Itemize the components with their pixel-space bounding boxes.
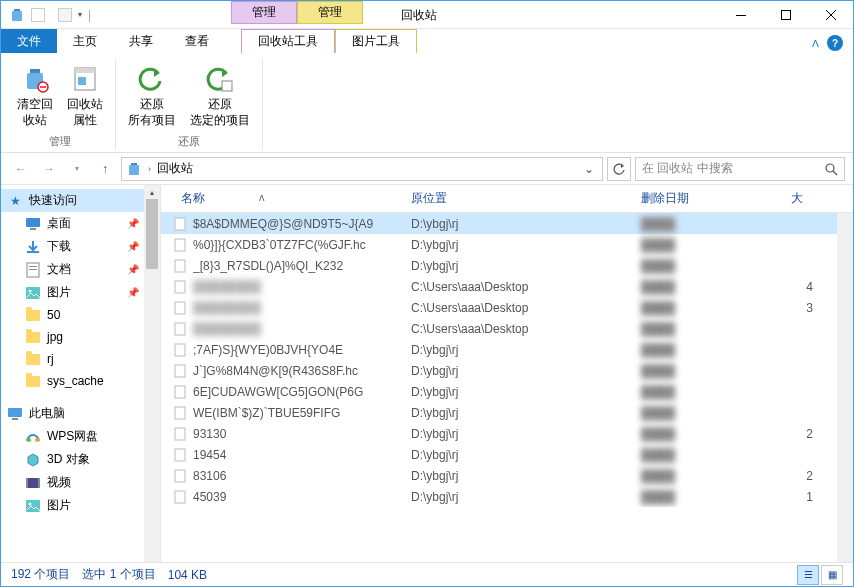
- nav-tree: ★ 快速访问 桌面📌下载📌文档📌图片📌50jpgrjsys_cache 此电脑 …: [1, 185, 161, 581]
- ribbon-group-manage: 清空回 收站 回收站 属性 管理: [5, 59, 116, 150]
- tree-item[interactable]: 文档📌: [1, 258, 145, 281]
- file-icon: [173, 217, 193, 231]
- tab-share[interactable]: 共享: [113, 29, 169, 53]
- file-date: ████: [633, 322, 783, 336]
- col-name[interactable]: 名称ᐱ: [173, 190, 403, 207]
- svg-rect-27: [26, 478, 28, 488]
- col-size[interactable]: 大: [783, 190, 813, 207]
- file-row[interactable]: ████████C:\Users\aaa\Desktop████4: [161, 276, 853, 297]
- file-location: C:\Users\aaa\Desktop: [403, 301, 633, 315]
- svg-rect-43: [175, 470, 185, 482]
- file-row[interactable]: $8A$DMMEQ@}S@ND9T5~J{A9D:\ybgj\rj████: [161, 213, 853, 234]
- file-location: D:\ybgj\rj: [403, 343, 633, 357]
- pin-icon: 📌: [127, 264, 139, 275]
- qat-dropdown-icon[interactable]: ▾: [78, 10, 82, 19]
- file-date: ████: [633, 406, 783, 420]
- view-icons-button[interactable]: ▦: [821, 565, 843, 585]
- close-button[interactable]: [808, 1, 853, 29]
- file-location: C:\Users\aaa\Desktop: [403, 280, 633, 294]
- tree-this-pc[interactable]: 此电脑: [1, 402, 145, 425]
- search-icon[interactable]: [824, 162, 838, 176]
- tree-item[interactable]: 桌面📌: [1, 212, 145, 235]
- recycle-bin-properties-button[interactable]: 回收站 属性: [61, 59, 109, 132]
- svg-rect-44: [175, 491, 185, 503]
- qat-item-icon[interactable]: [58, 8, 72, 22]
- picture-icon: [25, 498, 41, 514]
- tree-item-label: 3D 对象: [47, 451, 90, 468]
- scrollbar-thumb[interactable]: [146, 199, 158, 269]
- minimize-button[interactable]: [718, 1, 763, 29]
- tree-item[interactable]: 下载📌: [1, 235, 145, 258]
- tab-home[interactable]: 主页: [57, 29, 113, 53]
- nav-back-button[interactable]: ←: [9, 157, 33, 181]
- tree-item[interactable]: 3D 对象: [1, 448, 145, 471]
- tab-file[interactable]: 文件: [1, 29, 57, 53]
- file-icon: [173, 280, 193, 294]
- tree-item[interactable]: WPS网盘: [1, 425, 145, 448]
- tab-picture-tools[interactable]: 图片工具: [335, 29, 417, 53]
- folder-icon: [25, 307, 41, 323]
- file-row[interactable]: _[8}3_R7SDL()A]%QI_K232D:\ybgj\rj████: [161, 255, 853, 276]
- nav-history-dropdown[interactable]: ▾: [65, 157, 89, 181]
- nav-up-button[interactable]: ↑: [93, 157, 117, 181]
- file-row[interactable]: 83106D:\ybgj\rj████2: [161, 465, 853, 486]
- file-row[interactable]: WE(IBM`$)Z)`TBUE59FIFGD:\ybgj\rj████: [161, 402, 853, 423]
- file-location: D:\ybgj\rj: [403, 427, 633, 441]
- breadcrumb-item[interactable]: 回收站: [157, 160, 193, 177]
- help-icon[interactable]: ?: [827, 35, 843, 51]
- maximize-button[interactable]: [763, 1, 808, 29]
- file-location: D:\ybgj\rj: [403, 259, 633, 273]
- address-dropdown-icon[interactable]: ⌄: [580, 162, 598, 176]
- tree-item[interactable]: 50: [1, 304, 145, 326]
- restore-all-button[interactable]: 还原 所有项目: [122, 59, 182, 132]
- qat-item-icon[interactable]: [31, 8, 45, 22]
- search-input[interactable]: 在 回收站 中搜索: [635, 157, 845, 181]
- svg-rect-8: [75, 68, 95, 73]
- svg-rect-0: [12, 11, 22, 21]
- file-row[interactable]: %0}]}{CXDB3`0TZ7FC(%GJF.hcD:\ybgj\rj████: [161, 234, 853, 255]
- ribbon-collapse-icon[interactable]: ᐱ: [812, 38, 819, 49]
- ribbon-group-restore: 还原 所有项目 还原 选定的项目 还原: [116, 59, 263, 150]
- tree-item[interactable]: jpg: [1, 326, 145, 348]
- tree-quick-access[interactable]: ★ 快速访问: [1, 189, 145, 212]
- svg-rect-3: [781, 11, 790, 20]
- ctx-tab-picture-header: 管理: [297, 1, 363, 24]
- svg-point-24: [27, 438, 31, 442]
- sort-indicator-icon: ᐱ: [259, 194, 264, 203]
- refresh-button[interactable]: [607, 157, 631, 181]
- tab-view[interactable]: 查看: [169, 29, 225, 53]
- file-row[interactable]: 93130D:\ybgj\rj████2: [161, 423, 853, 444]
- file-row[interactable]: 19454D:\ybgj\rj████: [161, 444, 853, 465]
- col-location[interactable]: 原位置: [403, 190, 633, 207]
- file-row[interactable]: 6E]CUDAWGW[CG5]GON(P6GD:\ybgj\rj████: [161, 381, 853, 402]
- breadcrumb-sep-icon[interactable]: ›: [148, 164, 151, 174]
- file-row[interactable]: 45039D:\ybgj\rj████1: [161, 486, 853, 507]
- col-date[interactable]: 删除日期: [633, 190, 783, 207]
- file-icon: [173, 469, 193, 483]
- file-date: ████: [633, 427, 783, 441]
- file-icon: [173, 322, 193, 336]
- svg-rect-15: [30, 228, 36, 230]
- empty-recycle-bin-button[interactable]: 清空回 收站: [11, 59, 59, 132]
- file-row[interactable]: J`]G%8M4N@K[9(R436S8F.hcD:\ybgj\rj████: [161, 360, 853, 381]
- tree-item[interactable]: sys_cache: [1, 370, 145, 392]
- tree-item[interactable]: 图片: [1, 494, 145, 517]
- tree-item[interactable]: rj: [1, 348, 145, 370]
- folder-icon: [25, 329, 41, 345]
- tree-item[interactable]: 图片📌: [1, 281, 145, 304]
- file-location: D:\ybgj\rj: [403, 364, 633, 378]
- scroll-up-icon[interactable]: ▴: [144, 185, 160, 199]
- tree-item[interactable]: 视频: [1, 471, 145, 494]
- view-details-button[interactable]: ☰: [797, 565, 819, 585]
- tab-recycle-tools[interactable]: 回收站工具: [241, 29, 335, 53]
- restore-selected-button[interactable]: 还原 选定的项目: [184, 59, 256, 132]
- file-row[interactable]: ████████C:\Users\aaa\Desktop████: [161, 318, 853, 339]
- nav-forward-button[interactable]: →: [37, 157, 61, 181]
- filelist-vscrollbar[interactable]: [837, 213, 853, 565]
- sidebar-scrollbar[interactable]: ▴ ▾: [144, 185, 160, 581]
- download-icon: [25, 239, 41, 255]
- file-row[interactable]: ████████C:\Users\aaa\Desktop████3: [161, 297, 853, 318]
- file-row[interactable]: ;7AF)S}{WYE)0BJVH{YO4ED:\ybgj\rj████: [161, 339, 853, 360]
- svg-rect-20: [26, 287, 40, 299]
- address-bar[interactable]: › 回收站 ⌄: [121, 157, 603, 181]
